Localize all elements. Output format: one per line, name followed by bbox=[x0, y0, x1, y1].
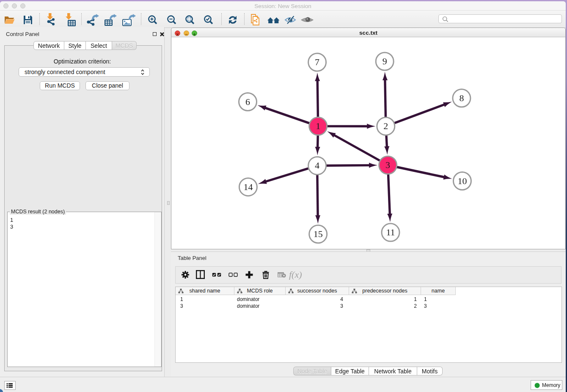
svg-text:4: 4 bbox=[315, 160, 319, 171]
svg-text:3: 3 bbox=[385, 160, 390, 170]
svg-text:14: 14 bbox=[243, 182, 253, 192]
svg-text:1: 1 bbox=[316, 121, 320, 131]
svg-text:8: 8 bbox=[459, 93, 464, 103]
svg-text:10: 10 bbox=[457, 176, 467, 186]
svg-text:7: 7 bbox=[315, 57, 319, 67]
svg-text:11: 11 bbox=[386, 227, 395, 237]
svg-text:f(x): f(x) bbox=[289, 269, 302, 280]
svg-text:15: 15 bbox=[314, 229, 323, 239]
svg-text:2: 2 bbox=[383, 121, 388, 131]
svg-text:9: 9 bbox=[383, 56, 387, 66]
svg-text:6: 6 bbox=[245, 97, 250, 107]
